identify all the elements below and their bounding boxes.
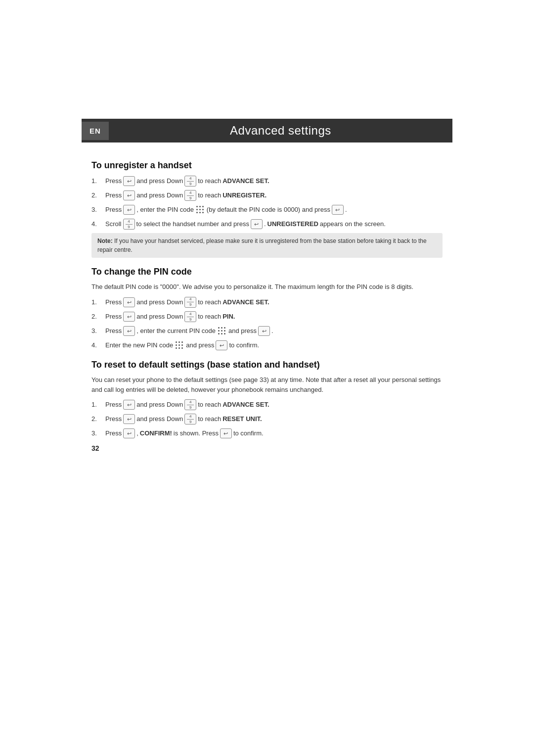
pin-step-3: 3. Press ↩ , enter the current PIN code … (91, 326, 443, 336)
page: EN Advanced settings To unregister a han… (0, 0, 534, 756)
nav-down-icon: 4 9 (184, 311, 196, 322)
step-content: Press ↩ , enter the current PIN code and… (105, 326, 273, 336)
handset-icon: ↩ (332, 205, 344, 215)
step-num: 1. (91, 399, 105, 410)
unregister-step-4: 4. Scroll 4 9 to select the handset numb… (91, 219, 443, 230)
reset-steps: 1. Press ↩ and press Down 4 9 to reach A… (91, 399, 443, 439)
step-content: Press ↩ and press Down 4 9 to reach RESE… (105, 414, 262, 425)
reset-step-3: 3. Press ↩ , CONFIRM! is shown. Press ↩ … (91, 428, 443, 439)
unregister-step-2: 2. Press ↩ and press Down 4 9 to reach U… (91, 190, 443, 201)
step-content: Press ↩ , CONFIRM! is shown. Press ↩ to … (105, 428, 264, 439)
step-num: 3. (91, 428, 105, 439)
step-content: Press ↩ , enter the PIN code (by default… (105, 204, 347, 215)
handset-icon: ↩ (251, 219, 263, 229)
pin-step-2: 2. Press ↩ and press Down 4 9 to reach P… (91, 311, 443, 322)
keypad-icon (175, 340, 184, 350)
section-unregister-title: To unregister a handset (91, 160, 443, 171)
keypad-icon (217, 326, 227, 336)
handset-icon: ↩ (123, 297, 135, 307)
step-num: 4. (91, 340, 105, 351)
nav-down-icon: 4 9 (184, 176, 196, 187)
handset-icon: ↩ (123, 190, 135, 200)
step-num: 2. (91, 190, 105, 201)
nav-down-icon: 4 9 (184, 190, 196, 201)
step-content: Press ↩ and press Down 4 9 to reach PIN. (105, 311, 235, 322)
pin-step-1: 1. Press ↩ and press Down 4 9 to reach A… (91, 297, 443, 308)
step-content: Scroll 4 9 to select the handset number … (105, 219, 386, 230)
nav-down-icon: 4 9 (184, 297, 196, 308)
unregister-step-1: 1. Press ↩ and press Down 4 9 to reach A… (91, 176, 443, 187)
step-num: 2. (91, 311, 105, 322)
handset-icon: ↩ (123, 205, 135, 215)
step-content: Enter the new PIN code and press ↩ to co… (105, 340, 259, 351)
section-pin-title: To change the PIN code (91, 267, 443, 277)
handset-icon: ↩ (258, 326, 270, 336)
step-content: Press ↩ and press Down 4 9 to reach UNRE… (105, 190, 267, 201)
unregister-steps: 1. Press ↩ and press Down 4 9 to reach A… (91, 176, 443, 230)
step-num: 3. (91, 326, 105, 336)
step-content: Press ↩ and press Down 4 9 to reach ADVA… (105, 297, 269, 308)
handset-icon: ↩ (123, 414, 135, 424)
nav-down-icon: 4 9 (184, 414, 196, 425)
step-content: Press ↩ and press Down 4 9 to reach ADVA… (105, 176, 269, 187)
main-content: To unregister a handset 1. Press ↩ and p… (82, 142, 452, 467)
step-num: 1. (91, 176, 105, 187)
handset-icon: ↩ (123, 176, 135, 186)
handset-icon: ↩ (123, 312, 135, 322)
step-num: 1. (91, 297, 105, 308)
step-content: Press ↩ and press Down 4 9 to reach ADVA… (105, 399, 269, 410)
nav-down-icon: 4 9 (184, 399, 196, 410)
handset-icon: ↩ (123, 326, 135, 336)
pin-subtitle: The default PIN code is "0000". We advis… (91, 282, 443, 292)
section-reset-title: To reset to default settings (base stati… (91, 360, 443, 370)
reset-subtitle: You can reset your phone to the default … (91, 375, 443, 394)
header-bar: EN Advanced settings (82, 119, 452, 142)
pin-steps: 1. Press ↩ and press Down 4 9 to reach A… (91, 297, 443, 351)
pin-step-4: 4. Enter the new PIN code and press ↩ to… (91, 340, 443, 351)
page-number: 32 (91, 444, 443, 452)
step-num: 3. (91, 204, 105, 215)
unregister-note: Note: If you have your handset serviced,… (91, 233, 443, 258)
nav-down-icon: 4 9 (123, 219, 135, 230)
handset-icon: ↩ (216, 340, 227, 350)
page-title: Advanced settings (109, 119, 452, 142)
handset-icon: ↩ (220, 428, 232, 438)
lang-badge: EN (82, 122, 109, 140)
unregister-step-3: 3. Press ↩ , enter the PIN code (by defa… (91, 204, 443, 215)
keypad-icon (195, 205, 205, 215)
handset-icon: ↩ (123, 400, 135, 410)
step-num: 2. (91, 414, 105, 425)
handset-icon: ↩ (123, 428, 135, 438)
reset-step-2: 2. Press ↩ and press Down 4 9 to reach R… (91, 414, 443, 425)
reset-step-1: 1. Press ↩ and press Down 4 9 to reach A… (91, 399, 443, 410)
step-num: 4. (91, 219, 105, 230)
